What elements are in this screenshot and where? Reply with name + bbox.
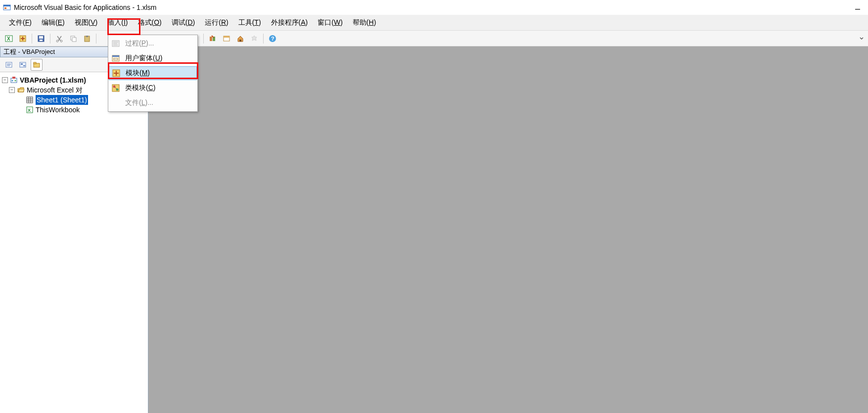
menu-run[interactable]: 运行(R) <box>200 16 233 29</box>
toolbar-separator <box>96 34 96 44</box>
svg-rect-31 <box>21 63 23 65</box>
menu-window[interactable]: 窗口(W) <box>313 16 348 29</box>
svg-rect-39 <box>27 97 33 103</box>
module-icon <box>111 68 122 79</box>
copy-button[interactable] <box>67 33 79 45</box>
svg-rect-23 <box>239 40 241 42</box>
workbook-icon: X <box>26 106 34 114</box>
toolbar-separator <box>203 34 204 44</box>
title-bar: Microsoft Visual Basic for Applications … <box>0 0 868 15</box>
userform-icon <box>110 53 121 64</box>
properties-button[interactable] <box>248 33 260 45</box>
insert-procedure-label: 过程(P)... <box>125 39 154 48</box>
toolbar-separator <box>263 34 264 44</box>
project-icon <box>10 76 18 84</box>
menu-view[interactable]: 视图(V) <box>70 16 103 29</box>
toolbar-separator <box>32 34 32 44</box>
svg-rect-17 <box>86 36 88 37</box>
window-title: Microsoft Visual Basic for Applications … <box>14 3 156 11</box>
insert-file-item: 文件(L)... <box>108 95 197 110</box>
svg-rect-22 <box>224 36 229 38</box>
toolbox-button[interactable] <box>234 33 246 45</box>
insert-classmodule-label: 类模块(C) <box>125 84 155 92</box>
svg-point-38 <box>15 80 16 82</box>
menu-help[interactable]: 帮助(H) <box>348 16 381 29</box>
insert-module-label: 模块(M) <box>126 69 150 78</box>
object-browser-button[interactable] <box>221 33 232 45</box>
collapse-icon[interactable]: − <box>2 77 8 83</box>
svg-rect-10 <box>39 36 43 39</box>
menu-bar: 文件(F) 编辑(E) 视图(V) 插入(I) 格式(O) 调试(D) 运行(R… <box>0 15 868 31</box>
insert-userform-item[interactable]: 用户窗体(U) <box>108 51 197 66</box>
svg-rect-11 <box>40 40 43 41</box>
menu-insert[interactable]: 插入(I) <box>102 16 133 29</box>
svg-text:?: ? <box>271 36 274 42</box>
svg-rect-51 <box>112 55 119 57</box>
svg-rect-3 <box>855 9 860 10</box>
svg-point-13 <box>60 40 62 42</box>
svg-rect-32 <box>23 65 25 66</box>
svg-rect-8 <box>21 38 25 39</box>
svg-rect-2 <box>4 7 6 9</box>
toolbar-overflow-icon[interactable] <box>859 35 864 43</box>
worksheet-icon <box>26 96 34 104</box>
insert-procedure-item: 过程(P)... <box>108 36 197 51</box>
menu-edit[interactable]: 编辑(E) <box>37 16 70 29</box>
menu-file[interactable]: 文件(F) <box>4 16 37 29</box>
project-tree[interactable]: − VBAProject (1.xlsm) − Microsoft Excel … <box>0 72 148 413</box>
svg-text:X: X <box>28 108 31 113</box>
svg-rect-19 <box>210 37 212 41</box>
insert-dropdown-menu: 过程(P)... 用户窗体(U) 模块(M) 类模块(C) 文件(L)... <box>108 35 198 112</box>
menu-tools[interactable]: 工具(T) <box>233 16 266 29</box>
file-icon <box>110 97 121 108</box>
view-object-button[interactable] <box>17 59 29 71</box>
svg-rect-52 <box>114 58 118 60</box>
menu-format[interactable]: 格式(O) <box>133 16 167 29</box>
minimize-button[interactable] <box>850 0 865 15</box>
svg-rect-1 <box>3 5 10 6</box>
insert-file-label: 文件(L)... <box>125 98 153 107</box>
save-button[interactable] <box>35 33 47 45</box>
svg-text:X: X <box>7 36 10 42</box>
folder-open-icon <box>17 86 25 94</box>
insert-classmodule-item[interactable]: 类模块(C) <box>108 81 197 95</box>
svg-rect-34 <box>34 62 36 64</box>
insert-userform-label: 用户窗体(U) <box>125 54 162 63</box>
menu-debug[interactable]: 调试(D) <box>167 16 200 29</box>
svg-rect-36 <box>12 77 15 79</box>
insert-button[interactable] <box>17 33 29 45</box>
svg-rect-15 <box>72 38 76 42</box>
tree-project-label: VBAProject (1.xlsm) <box>20 75 86 85</box>
cut-button[interactable] <box>53 33 65 45</box>
tree-sheet-label: Sheet1 (Sheet1) <box>36 95 88 105</box>
insert-module-item[interactable]: 模块(M) <box>109 66 197 80</box>
svg-point-12 <box>56 40 58 42</box>
classmodule-icon <box>110 83 121 93</box>
svg-rect-55 <box>114 73 119 74</box>
toolbar-separator <box>50 34 50 44</box>
view-excel-button[interactable]: X <box>3 33 15 45</box>
app-icon <box>3 3 11 11</box>
paste-button[interactable] <box>81 33 93 45</box>
procedure-icon <box>110 38 121 49</box>
mdi-client-area <box>148 46 868 413</box>
collapse-icon[interactable]: − <box>9 87 15 93</box>
menu-addins[interactable]: 外接程序(A) <box>266 16 313 29</box>
toggle-folders-button[interactable] <box>31 59 43 71</box>
tree-workbook-label: ThisWorkbook <box>36 105 80 115</box>
view-code-button[interactable] <box>3 59 15 71</box>
references-button[interactable] <box>207 33 219 45</box>
tree-folder-label: Microsoft Excel 对 <box>27 85 83 95</box>
help-button[interactable]: ? <box>267 33 278 45</box>
svg-point-37 <box>12 80 13 82</box>
